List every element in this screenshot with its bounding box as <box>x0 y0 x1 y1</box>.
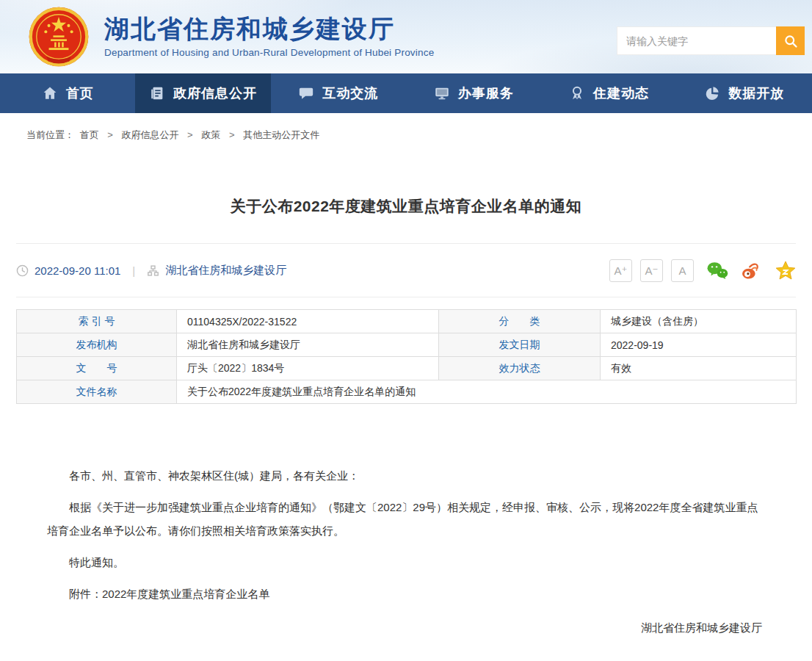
nav-item-label: 首页 <box>66 84 94 102</box>
wechat-icon[interactable] <box>706 261 728 280</box>
medal-icon <box>569 85 585 101</box>
breadcrumb-prefix: 当前位置： <box>26 129 74 140</box>
doc-name-value: 关于公布2022年度建筑业重点培育企业名单的通知 <box>177 380 797 404</box>
validity-status-value: 有效 <box>601 357 797 380</box>
breadcrumb-link-home[interactable]: 首页 <box>80 129 99 140</box>
article-meta-row: 2022-09-20 11:01 | 湖北省住房和城乡建设厅 A⁺ A⁻ A <box>0 244 812 297</box>
nav-item-gov-info[interactable]: 政府信息公开 <box>135 73 270 113</box>
nav-item-services[interactable]: 办事服务 <box>406 73 541 113</box>
article-source: 湖北省住房和城乡建设厅 <box>165 264 286 278</box>
nav-item-interaction[interactable]: 互动交流 <box>271 73 406 113</box>
table-row: 发布机构 湖北省住房和城乡建设厅 发文日期 2022-09-19 <box>17 333 797 357</box>
document-body: 各市、州、直管市、神农架林区住(城）建局，各有关企业： 根据《关于进一步加强建筑… <box>0 404 812 661</box>
nav-item-label: 数据开放 <box>728 84 784 102</box>
pie-chart-icon <box>704 85 720 101</box>
font-larger-button[interactable]: A⁺ <box>609 259 632 282</box>
nav-item-label: 办事服务 <box>458 84 514 102</box>
issuing-org-value: 湖北省住房和城乡建设厅 <box>177 333 439 357</box>
monitor-icon <box>434 85 450 101</box>
meta-divider: | <box>132 264 135 277</box>
category-label: 分 类 <box>439 310 601 333</box>
document-icon <box>149 85 165 101</box>
chat-icon <box>298 85 314 101</box>
doc-name-label: 文件名称 <box>17 380 177 404</box>
publish-time: 2022-09-20 11:01 <box>35 264 120 277</box>
site-title-block: 湖北省住房和城乡建设厅 Department of Housing and Ur… <box>104 15 434 57</box>
table-row: 文件名称 关于公布2022年度建筑业重点培育企业名单的通知 <box>17 380 797 404</box>
index-number-label: 索 引 号 <box>17 310 177 333</box>
organization-icon <box>147 264 159 277</box>
table-row: 索 引 号 01104325X/2022-31522 分 类 城乡建设（含住房） <box>17 310 797 333</box>
validity-status-label: 效力状态 <box>439 357 601 380</box>
document-info-table: 索 引 号 01104325X/2022-31522 分 类 城乡建设（含住房）… <box>16 309 797 404</box>
site-title: 湖北省住房和城乡建设厅 <box>104 15 434 43</box>
qzone-star-icon[interactable] <box>775 261 796 280</box>
breadcrumb-separator: > <box>187 129 193 140</box>
breadcrumb: 当前位置： 首页 > 政府信息公开 > 政策 > 其他主动公开文件 <box>0 113 812 153</box>
search-button[interactable] <box>776 26 805 55</box>
nav-item-label: 政府信息公开 <box>173 84 257 102</box>
search-icon <box>783 34 798 48</box>
divider <box>16 297 796 297</box>
table-row: 文 号 厅头〔2022〕1834号 效力状态 有效 <box>17 357 797 380</box>
breadcrumb-link-gov-info[interactable]: 政府信息公开 <box>121 129 178 140</box>
attachment-line: 附件：2022年度建筑业重点培育企业名单 <box>47 582 762 606</box>
issue-date-label: 发文日期 <box>439 333 601 357</box>
search-box <box>617 26 805 55</box>
issue-date-value: 2022-09-19 <box>601 333 797 357</box>
breadcrumb-separator: > <box>107 129 113 140</box>
breadcrumb-separator: > <box>229 129 235 140</box>
nav-item-news[interactable]: 住建动态 <box>541 73 676 113</box>
signature-org: 湖北省住房和城乡建设厅 <box>47 616 762 640</box>
font-reset-button[interactable]: A <box>671 259 694 282</box>
weibo-icon[interactable] <box>741 261 763 280</box>
national-emblem-logo <box>28 6 90 68</box>
font-smaller-button[interactable]: A⁻ <box>640 259 663 282</box>
home-icon <box>42 85 58 101</box>
main-nav: 首页 政府信息公开 互动交流 办事服务 <box>0 73 812 113</box>
nav-item-label: 互动交流 <box>322 84 378 102</box>
nav-item-label: 住建动态 <box>593 84 649 102</box>
issuing-org-label: 发布机构 <box>17 333 177 357</box>
article-meta-left: 2022-09-20 11:01 | 湖北省住房和城乡建设厅 <box>16 264 286 278</box>
nav-item-home[interactable]: 首页 <box>0 73 135 113</box>
site-header: 湖北省住房和城乡建设厅 Department of Housing and Ur… <box>0 0 812 73</box>
breadcrumb-link-other-docs[interactable]: 其他主动公开文件 <box>243 129 319 140</box>
category-value: 城乡建设（含住房） <box>601 310 797 333</box>
article-meta-right: A⁺ A⁻ A <box>609 259 796 282</box>
doc-number-label: 文 号 <box>17 357 177 380</box>
site-subtitle: Department of Housing and Urban-Rural De… <box>104 47 434 58</box>
page-title: 关于公布2022年度建筑业重点培育企业名单的通知 <box>0 196 812 217</box>
index-number-value: 01104325X/2022-31522 <box>177 310 439 333</box>
body-paragraph: 特此通知。 <box>47 551 762 574</box>
doc-number-value: 厅头〔2022〕1834号 <box>177 357 439 380</box>
nav-item-open-data[interactable]: 数据开放 <box>677 73 812 113</box>
search-input[interactable] <box>617 26 776 55</box>
clock-icon <box>16 264 29 277</box>
body-paragraph: 根据《关于进一步加强建筑业重点企业培育的通知》（鄂建文〔2022〕29号）相关规… <box>47 496 762 543</box>
breadcrumb-link-policy[interactable]: 政策 <box>201 129 220 140</box>
salutation: 各市、州、直管市、神农架林区住(城）建局，各有关企业： <box>47 464 762 488</box>
